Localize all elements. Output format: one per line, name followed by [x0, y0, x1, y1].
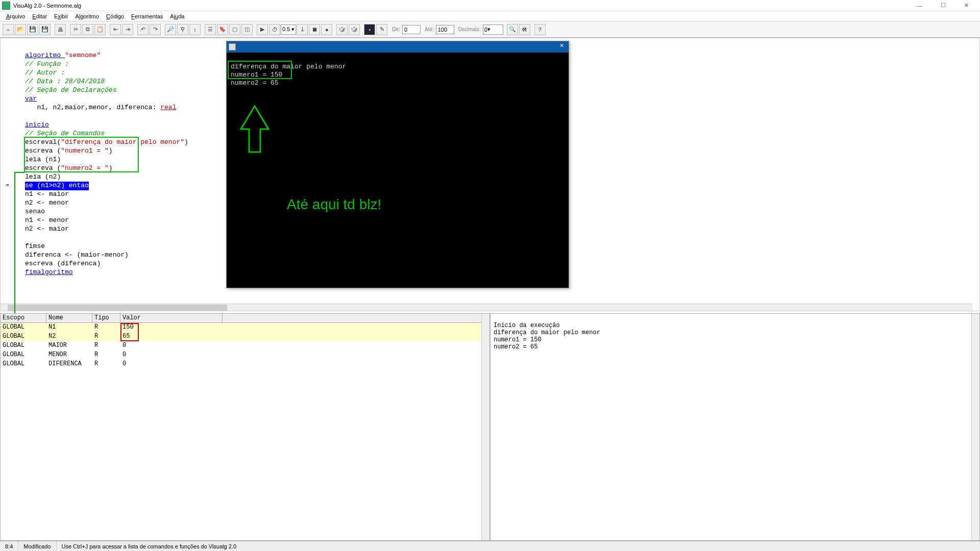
breakpoint-icon[interactable]: ●: [321, 24, 332, 35]
log-scrollbar[interactable]: [971, 314, 979, 540]
app-icon: [2, 2, 10, 10]
variable-row[interactable]: GLOBALN2R65: [1, 332, 489, 341]
config-icon[interactable]: 🛠: [519, 24, 530, 35]
menu-bar: Arquivo Editar Exibir Algoritmo Código F…: [0, 11, 980, 21]
random2-icon[interactable]: 🎲: [349, 24, 360, 35]
copy-icon[interactable]: ⧉: [82, 24, 93, 35]
menu-algoritmo[interactable]: Algoritmo: [72, 12, 102, 20]
status-bar: 8:4 Modificado Use Ctrl+J para acessar a…: [0, 541, 980, 551]
toolbar: ▫ 📂 💾 💾 🖶 ✂ ⧉ 📋 ⇤ ⇥ ↶ ↷ 🔎 ⚲ ↕ ☰ 🔖 ▢ ◫ ▶ …: [0, 21, 980, 38]
annotation-text: Até aqui td blz!: [287, 201, 381, 209]
menu-ferramentas[interactable]: Ferramentas: [128, 12, 166, 20]
code-line: algoritmo: [25, 52, 65, 59]
cursor-position: 8:4: [0, 541, 18, 551]
bookmark-icon[interactable]: 🔖: [217, 24, 228, 35]
console-titlebar[interactable]: ✕: [227, 41, 569, 53]
title-bar: VisuAlg 2.0 - Semnome.alg — ☐ ✕: [0, 0, 980, 11]
maximize-button[interactable]: ☐: [932, 1, 954, 11]
variables-header: Escopo Nome Tipo Valor: [1, 314, 489, 323]
indent-icon[interactable]: ⇥: [122, 24, 133, 35]
find-icon[interactable]: 🔎: [165, 24, 176, 35]
up-arrow-icon: [237, 87, 273, 181]
undo-icon[interactable]: ↶: [137, 24, 149, 35]
minimize-button[interactable]: —: [908, 1, 931, 11]
de-label: De:: [392, 27, 400, 32]
saveas-icon[interactable]: 💾: [39, 24, 51, 35]
zoom-icon[interactable]: 🔍: [507, 24, 518, 35]
timer-value[interactable]: 0.5 ▾: [281, 24, 296, 35]
window-icon[interactable]: ▢: [229, 24, 240, 35]
ate-input[interactable]: [436, 25, 454, 34]
de-input[interactable]: [402, 25, 421, 34]
replace-icon[interactable]: ⚲: [177, 24, 188, 35]
close-button[interactable]: ✕: [955, 1, 978, 11]
console-close-button[interactable]: ✕: [556, 42, 567, 52]
menu-codigo[interactable]: Código: [103, 12, 127, 20]
stop-icon[interactable]: ◼: [309, 24, 320, 35]
help-icon[interactable]: ?: [534, 24, 546, 35]
step-icon[interactable]: ⤓: [297, 24, 308, 35]
console-window: ✕ diferença do maior pelo menor numero1 …: [226, 41, 569, 288]
menu-ajuda[interactable]: Ajuda: [167, 12, 187, 20]
modified-state: Modificado: [18, 541, 56, 551]
variable-row[interactable]: GLOBALMAIORR0: [1, 341, 489, 350]
new-icon[interactable]: ▫: [3, 24, 14, 35]
editor-scrollbar[interactable]: [1, 304, 972, 311]
ate-label: Até:: [425, 27, 434, 32]
paste-icon[interactable]: 📋: [94, 24, 106, 35]
layout-icon[interactable]: ◫: [241, 24, 253, 35]
annotation-console-box: [228, 61, 292, 79]
goto-icon[interactable]: ↕: [189, 24, 201, 35]
open-icon[interactable]: 📂: [15, 24, 26, 35]
redo-icon[interactable]: ↷: [150, 24, 161, 35]
window-title: VisuAlg 2.0 - Semnome.alg: [13, 3, 81, 9]
dec-label: Decimais:: [458, 27, 481, 32]
dos-icon[interactable]: ▪: [364, 24, 375, 35]
variable-row[interactable]: GLOBALN1R150: [1, 323, 489, 332]
menu-exibir[interactable]: Exibir: [51, 12, 71, 20]
pencil-icon[interactable]: ✎: [376, 24, 387, 35]
variable-row[interactable]: GLOBALMENORR0: [1, 350, 489, 360]
timer-run-icon[interactable]: ⏱: [269, 24, 280, 35]
run-icon[interactable]: ▶: [257, 24, 268, 35]
menu-arquivo[interactable]: Arquivo: [3, 12, 28, 20]
list-icon[interactable]: ☰: [205, 24, 216, 35]
print-icon[interactable]: 🖶: [55, 24, 66, 35]
variable-row[interactable]: GLOBALDIFERENCAR0: [1, 360, 489, 369]
menu-editar[interactable]: Editar: [29, 12, 50, 20]
random-icon[interactable]: 🎲: [336, 24, 348, 35]
cut-icon[interactable]: ✂: [70, 24, 81, 35]
variables-panel: Escopo Nome Tipo Valor GLOBALN1R150GLOBA…: [0, 313, 490, 541]
output-log: Início da execução diferença do maior pe…: [490, 313, 980, 541]
console-icon: [229, 43, 236, 51]
save-icon[interactable]: 💾: [27, 24, 38, 35]
dedent-icon[interactable]: ⇤: [110, 24, 121, 35]
exec-pointer-icon: ➔: [6, 181, 9, 190]
dec-input[interactable]: 0 ▾: [483, 24, 503, 35]
var-scrollbar[interactable]: [481, 314, 489, 540]
status-hint: Use Ctrl+J para acessar a lista de coman…: [57, 541, 242, 551]
